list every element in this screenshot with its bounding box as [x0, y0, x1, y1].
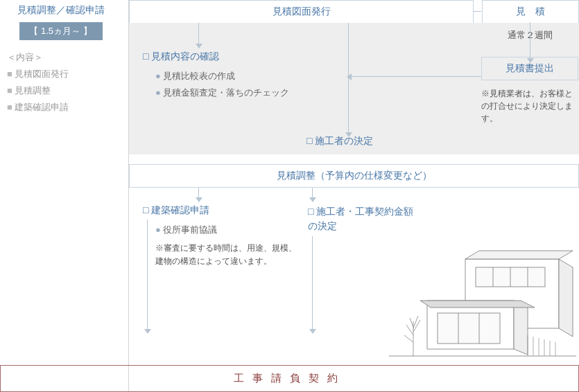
bullet: 役所事前協議: [155, 224, 302, 236]
permit-note: ※審査に要する時間は、用途、規模、建物の構造によって違います。: [155, 242, 302, 268]
building-permit: 建築確認申請 役所事前協議 ※審査に要する時間は、用途、規模、建物の構造によって…: [143, 204, 302, 268]
house-illustration: [389, 238, 576, 363]
arrowhead-down-icon: [309, 329, 316, 334]
estimate-flow: 通常２週間 見積書提出 ※見積業者は、お客様との打合せにより決定します。: [481, 0, 578, 125]
arrow: [198, 23, 199, 45]
arrow: [312, 236, 313, 330]
box-drawing-issue: 見積図面発行: [129, 0, 474, 24]
arrowhead-down-icon: [309, 197, 316, 202]
arrowhead-down-icon: [196, 197, 202, 202]
box-estimate-adjust: 見積調整（予算内の仕様変更など）: [129, 164, 579, 188]
content-heading: ＜内容＞: [7, 51, 114, 64]
footer-contract: 工事請負契約: [0, 365, 579, 392]
list-item: 見積図面発行: [7, 68, 114, 80]
duration-badge: 【 1.5ヵ月～ 】: [19, 22, 103, 40]
list-item: 見積調整: [7, 84, 114, 97]
contract-title: 施工者・工事契約金額の決定: [308, 204, 419, 233]
arrow: [530, 22, 530, 60]
page: 見積調整／確認申請 【 1.5ヵ月～ 】 ＜内容＞ 見積図面発行 見積調整 建築…: [0, 0, 579, 392]
main-flow: 見積図面発行 見積 見積内容の確認 見積比較表の作成 見積金額査定・落ちのチェッ…: [128, 0, 579, 392]
list-item: 建築確認申請: [7, 101, 114, 114]
permit-title: 建築確認申請: [143, 204, 302, 217]
permit-bullets: 役所事前協議: [155, 224, 302, 236]
arrowhead-left-icon: [347, 73, 352, 80]
content-list: 見積図面発行 見積調整 建築確認申請: [7, 68, 114, 114]
sidebar: 見積調整／確認申請 【 1.5ヵ月～ 】 ＜内容＞ 見積図面発行 見積調整 建築…: [0, 0, 121, 118]
estimate-note: ※見積業者は、お客様との打合せにより決定します。: [481, 87, 578, 125]
contract-amount: 施工者・工事契約金額の決定: [308, 204, 419, 233]
arrowhead-down-icon: [345, 132, 352, 137]
arrowhead-down-icon: [196, 44, 202, 48]
arrowhead-down-icon: [144, 329, 151, 334]
arrow: [352, 76, 481, 77]
arrowhead-down-icon: [527, 58, 534, 63]
arrow: [147, 220, 148, 330]
contractor-decision: 施工者の決定: [306, 135, 373, 148]
sidebar-title: 見積調整／確認申請: [7, 4, 114, 17]
svg-rect-5: [438, 313, 500, 344]
connector: [473, 11, 481, 12]
